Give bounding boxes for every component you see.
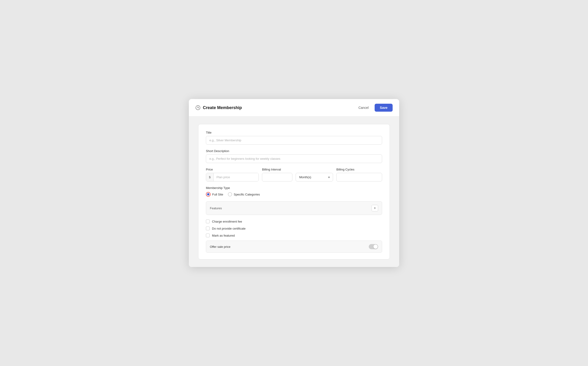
title-group: Create Membership <box>195 105 242 110</box>
billing-interval-unit-group: Month(s) Day(s) Week(s) Year(s) ▼ <box>296 168 333 182</box>
charge-enrollment-label: Charge enrollment fee <box>212 220 242 223</box>
title-input[interactable] <box>206 136 382 145</box>
billing-unit-select-wrapper: Month(s) Day(s) Week(s) Year(s) ▼ <box>296 173 333 182</box>
membership-type-section: Membership Type Full Site Specific Categ… <box>206 186 382 197</box>
billing-cycles-label: Billing Cycles <box>336 168 382 171</box>
offer-sale-label: Offer sale price <box>210 245 231 249</box>
checkbox-no-certificate: Do not provide certificate <box>206 227 382 230</box>
billing-cycles-input[interactable]: Until cancelled <box>336 173 382 182</box>
title-group: Title <box>206 131 382 145</box>
modal-header: Create Membership Cancel Save <box>189 99 399 116</box>
toggle-knob <box>373 244 378 249</box>
billing-cycles-group: Billing Cycles Until cancelled <box>336 168 382 182</box>
billing-unit-select[interactable]: Month(s) Day(s) Week(s) Year(s) <box>296 173 333 182</box>
create-membership-modal: Create Membership Cancel Save Title Shor… <box>189 99 399 267</box>
membership-icon <box>195 105 201 110</box>
price-symbol: $ <box>206 173 214 181</box>
membership-type-label: Membership Type <box>206 186 382 190</box>
radio-full-site[interactable]: Full Site <box>206 192 223 197</box>
save-button[interactable]: Save <box>375 104 393 112</box>
offer-sale-toggle[interactable] <box>369 244 378 249</box>
checkbox-charge-enrollment: Charge enrollment fee <box>206 220 382 223</box>
mark-featured-label: Mark as featured <box>212 234 235 237</box>
radio-specific-categories-label: Specific Categories <box>234 193 260 196</box>
price-input[interactable] <box>214 173 258 181</box>
modal-title: Create Membership <box>203 105 242 110</box>
radio-inner-dot <box>207 193 209 196</box>
short-desc-label: Short Description <box>206 149 382 153</box>
svg-point-1 <box>197 107 199 108</box>
add-feature-button[interactable]: + <box>371 205 378 211</box>
mark-featured-checkbox[interactable] <box>206 234 210 237</box>
radio-full-site-label: Full Site <box>212 193 223 196</box>
no-certificate-label: Do not provide certificate <box>212 227 246 230</box>
membership-type-radio-group: Full Site Specific Categories <box>206 192 382 197</box>
billing-interval-input[interactable]: 1 <box>262 173 292 182</box>
billing-interval-label: Billing Interval <box>262 168 292 171</box>
title-label: Title <box>206 131 382 134</box>
checkbox-mark-featured: Mark as featured <box>206 234 382 237</box>
charge-enrollment-checkbox[interactable] <box>206 220 210 223</box>
radio-specific-categories[interactable]: Specific Categories <box>228 192 260 196</box>
features-label: Features <box>210 206 222 210</box>
offer-sale-row: Offer sale price <box>206 241 382 253</box>
price-label: Price <box>206 168 259 171</box>
header-actions: Cancel Save <box>355 104 393 112</box>
cancel-button[interactable]: Cancel <box>355 104 372 111</box>
features-section: Features + <box>206 201 382 215</box>
modal-body: Title Short Description Price $ Bil <box>189 116 399 267</box>
short-desc-group: Short Description <box>206 149 382 163</box>
price-group: Price $ <box>206 168 259 182</box>
billing-interval-group: Billing Interval 1 <box>262 168 292 182</box>
price-input-wrapper: $ <box>206 173 259 182</box>
billing-unit-label <box>296 168 333 171</box>
short-desc-input[interactable] <box>206 154 382 163</box>
radio-bullseye-selected <box>206 192 210 197</box>
no-certificate-checkbox[interactable] <box>206 227 210 230</box>
price-billing-row: Price $ Billing Interval 1 Month(s) <box>206 168 382 182</box>
radio-unselected <box>228 192 232 196</box>
form-card: Title Short Description Price $ Bil <box>198 124 390 259</box>
